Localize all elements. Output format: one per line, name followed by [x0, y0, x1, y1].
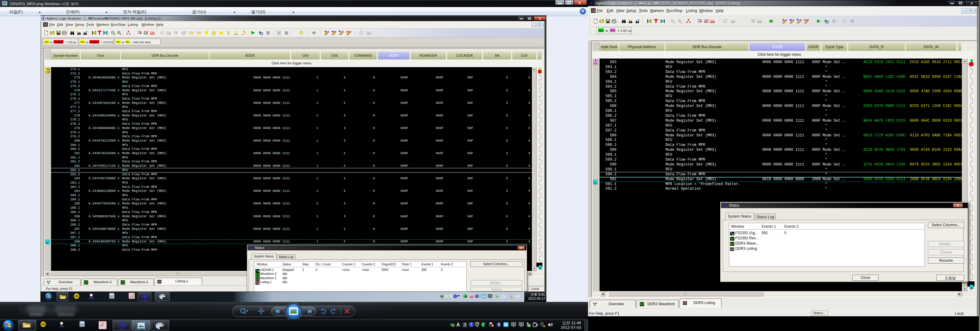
svg-text:Trig: Trig	[730, 19, 735, 22]
svg-text:Trig: Trig	[150, 30, 155, 34]
svg-text:Trig: Trig	[757, 19, 762, 22]
svg-text:?: ?	[455, 295, 456, 298]
svg-text:UE: UE	[75, 294, 79, 298]
svg-text:IO: IO	[504, 323, 508, 326]
svg-text:Mac: Mac	[196, 30, 201, 34]
svg-text:IO: IO	[482, 295, 485, 298]
svg-text:A: A	[445, 294, 448, 298]
svg-text:漢: 漢	[449, 294, 453, 298]
svg-text:?: ?	[470, 323, 472, 326]
svg-text:OF: OF	[804, 19, 807, 21]
svg-text:!: !	[544, 325, 544, 327]
svg-text:漢: 漢	[463, 322, 467, 327]
svg-text:2: 2	[512, 323, 514, 326]
svg-text:Trig: Trig	[710, 19, 715, 22]
svg-text:OF: OF	[346, 30, 349, 33]
svg-text:Seq: Seq	[189, 30, 194, 34]
svg-text:UE: UE	[41, 323, 45, 326]
svg-text:1: 1	[520, 323, 522, 326]
svg-text:Trig: Trig	[366, 30, 371, 34]
svg-text:A: A	[456, 322, 460, 327]
svg-text:Trig: Trig	[166, 30, 171, 34]
svg-text:!: !	[511, 296, 512, 298]
